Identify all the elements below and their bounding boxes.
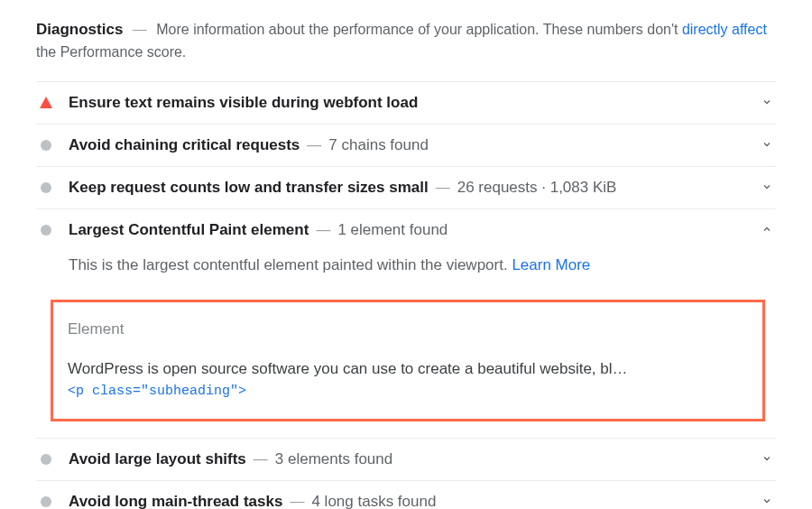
audit-label: Avoid chaining critical requests [69,136,300,154]
audit-detail: 26 requests · 1,083 KiB [457,179,617,197]
audit-label: Ensure text remains visible during webfo… [69,94,418,112]
diagnostics-desc-before: More information about the performance o… [156,22,682,37]
directly-affect-link[interactable]: directly affect [682,22,767,37]
info-icon [40,182,52,193]
info-icon [40,496,52,507]
audit-dash: — [254,451,268,467]
audit-dash: — [316,222,330,238]
element-header: Element [68,320,748,338]
chevron-down-icon [761,137,772,153]
audit-detail: 7 chains found [328,136,429,154]
audit-row-lcp[interactable]: Largest Contentful Paint element — 1 ele… [36,209,776,251]
audit-detail: 3 elements found [275,450,392,468]
audit-row-main-thread[interactable]: Avoid long main-thread tasks — 4 long ta… [36,481,776,510]
chevron-down-icon [761,180,772,196]
chevron-up-icon [761,222,772,238]
header-dash: — [133,22,147,37]
audit-row-requests[interactable]: Keep request counts low and transfer siz… [36,167,776,209]
diagnostics-header: Diagnostics — More information about the… [36,18,776,81]
chevron-down-icon [761,95,772,111]
lcp-desc-text: This is the largest contentful element p… [69,256,512,273]
audit-label: Keep request counts low and transfer siz… [69,179,429,197]
lcp-expanded-content: This is the largest contentful element p… [36,251,776,439]
audit-label: Avoid long main-thread tasks [69,493,282,510]
info-icon [40,454,52,465]
info-icon [40,140,52,151]
audit-row-webfont[interactable]: Ensure text remains visible during webfo… [36,82,776,125]
lcp-description: This is the largest contentful element p… [69,256,772,274]
audit-list: Ensure text remains visible during webfo… [36,81,776,510]
audit-row-chaining[interactable]: Avoid chaining critical requests — 7 cha… [36,125,776,167]
audit-dash: — [307,137,321,153]
chevron-down-icon [761,451,772,467]
diagnostics-title: Diagnostics [36,21,123,38]
audit-label: Avoid large layout shifts [69,450,246,468]
info-icon [40,225,52,236]
warning-icon [40,97,52,108]
diagnostics-desc-after: the Performance score. [36,44,186,60]
chevron-down-icon [761,494,772,510]
audit-row-layout-shifts[interactable]: Avoid large layout shifts — 3 elements f… [36,439,776,481]
learn-more-link[interactable]: Learn More [512,256,590,273]
audit-detail: 4 long tasks found [311,493,436,510]
audit-dash: — [290,494,304,510]
audit-label: Largest Contentful Paint element [69,221,309,239]
audit-dash: — [436,180,450,196]
lcp-element-box: Element WordPress is open source softwar… [51,300,765,421]
audit-detail: 1 element found [337,221,448,239]
element-code: <p class="subheading"> [68,384,748,399]
element-text: WordPress is open source software you ca… [68,360,748,378]
